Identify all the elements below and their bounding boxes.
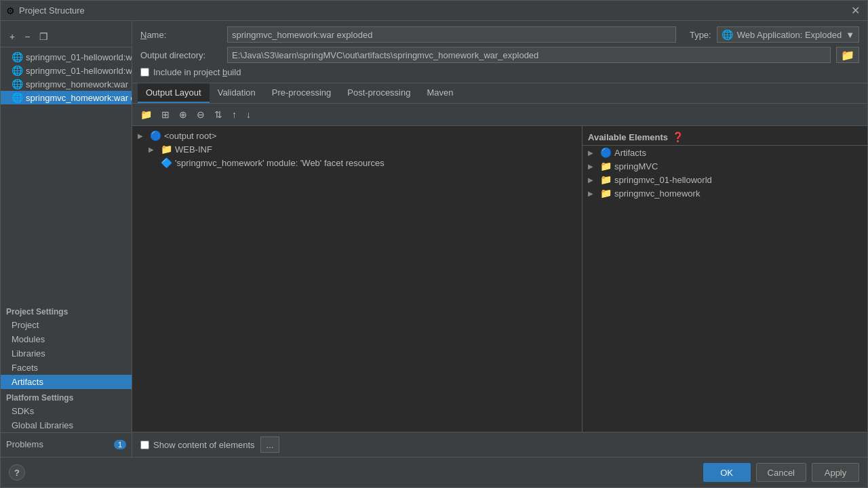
include-in-build-checkbox[interactable] bbox=[140, 68, 149, 77]
tree-icon-artifacts: 🔵 bbox=[600, 147, 612, 158]
available-elements-label: Available Elements bbox=[588, 132, 668, 142]
tree-label-springmvc01: springmvc_01-helloworld bbox=[614, 175, 712, 185]
copy-artifact-button[interactable]: ❐ bbox=[36, 29, 52, 44]
include-in-build-row: Include in project build bbox=[140, 67, 859, 77]
include-in-build-label: Include in project build bbox=[153, 67, 241, 77]
cancel-button[interactable]: Cancel bbox=[756, 463, 806, 482]
apply-button[interactable]: Apply bbox=[812, 463, 859, 482]
artifact-item-3[interactable]: 🌐 springmvc_homework:war bbox=[1, 77, 132, 91]
footer-left: ? bbox=[9, 464, 25, 481]
artifact-icon-4: 🌐 bbox=[12, 92, 23, 103]
sidebar-item-artifacts[interactable]: Artifacts bbox=[1, 375, 132, 389]
type-value: Web Application: Exploded bbox=[737, 30, 842, 40]
tree-icon-module: 🔷 bbox=[161, 157, 172, 168]
move-up-button[interactable]: ↑ bbox=[228, 106, 241, 123]
sidebar-item-facets[interactable]: Facets bbox=[1, 361, 132, 375]
type-icon: 🌐 bbox=[722, 29, 733, 40]
artifact-icon-2: 🌐 bbox=[12, 65, 23, 76]
create-dir-button[interactable]: 📁 bbox=[136, 106, 156, 123]
problems-badge: 1 bbox=[114, 440, 126, 449]
tree-arrow-springmvc01: ▶ bbox=[588, 176, 597, 184]
title-bar-icon: ⚙ bbox=[6, 5, 15, 16]
move-down-button[interactable]: ↓ bbox=[242, 106, 255, 123]
tree-label-output-root: <output root> bbox=[164, 131, 216, 141]
tree-label-webinf: WEB-INF bbox=[175, 144, 212, 155]
tree-icon-springmvc: 📁 bbox=[600, 161, 612, 171]
artifact-item-4[interactable]: 🌐 springmvc_homework:war ex bbox=[1, 91, 132, 104]
main-content: + − ❐ 🌐 springmvc_01-helloworld:war 🌐 sp… bbox=[1, 21, 867, 457]
artifacts-toolbar: + − ❐ bbox=[1, 26, 132, 47]
tree-arrow-springmvc: ▶ bbox=[588, 163, 597, 170]
available-springmvchw[interactable]: ▶ 📁 springmvc_homework bbox=[583, 186, 867, 200]
tab-preprocessing[interactable]: Pre-processing bbox=[264, 83, 339, 103]
close-button[interactable]: ✕ bbox=[848, 4, 862, 18]
output-toolbar: 📁 ⊞ ⊕ ⊖ ⇅ ↑ ↓ bbox=[132, 104, 867, 126]
tree-icon-springmvchw: 📁 bbox=[600, 188, 612, 199]
tree-arrow-output-root: ▶ bbox=[138, 132, 147, 140]
ellipsis-button[interactable]: ... bbox=[260, 436, 280, 453]
tree-arrow-artifacts: ▶ bbox=[588, 149, 597, 157]
create-archive-button[interactable]: ⊞ bbox=[157, 106, 174, 123]
remove-artifact-button[interactable]: − bbox=[21, 29, 33, 44]
available-elements-panel: Available Elements ❓ ▶ 🔵 Artifacts ▶ 📁 s… bbox=[583, 126, 867, 432]
name-label: Name: bbox=[140, 30, 222, 40]
tree-arrow-webinf: ▶ bbox=[149, 146, 158, 153]
show-content-checkbox[interactable] bbox=[140, 441, 149, 449]
tree-icon-webinf: 📁 bbox=[161, 144, 172, 155]
sidebar-item-modules[interactable]: Modules bbox=[1, 332, 132, 346]
add-element-button[interactable]: ⊕ bbox=[175, 106, 191, 123]
type-select[interactable]: 🌐 Web Application: Exploded ▼ bbox=[717, 26, 859, 43]
available-artifacts[interactable]: ▶ 🔵 Artifacts bbox=[583, 146, 867, 159]
name-input[interactable] bbox=[227, 26, 676, 43]
tree-label-module: 'springmvc_homework' module: 'Web' facet… bbox=[175, 158, 384, 168]
platform-settings-header: Platform Settings bbox=[1, 389, 132, 404]
tab-validation[interactable]: Validation bbox=[210, 83, 264, 103]
artifact-label-1: springmvc_01-helloworld:war bbox=[26, 52, 132, 62]
help-button[interactable]: ? bbox=[9, 464, 25, 481]
browse-folder-button[interactable]: 📁 bbox=[836, 47, 859, 63]
tree-label-springmvc: springMVC bbox=[614, 161, 658, 171]
tree-item-webinf[interactable]: ▶ 📁 WEB-INF bbox=[132, 142, 582, 156]
available-springmvc01[interactable]: ▶ 📁 springmvc_01-helloworld bbox=[583, 173, 867, 186]
available-springmvc[interactable]: ▶ 📁 springMVC bbox=[583, 159, 867, 173]
available-elements-header: Available Elements ❓ bbox=[583, 129, 867, 146]
sidebar-bottom: Problems 1 bbox=[1, 432, 132, 451]
output-dir-label: Output directory: bbox=[140, 50, 222, 60]
tabs-bar: Output Layout Validation Pre-processing … bbox=[132, 83, 867, 104]
name-row: Name: Type: 🌐 Web Application: Exploded … bbox=[140, 26, 859, 43]
bottom-bar: Show content of elements ... bbox=[132, 432, 867, 457]
add-artifact-button[interactable]: + bbox=[6, 29, 18, 44]
tree-label-artifacts: Artifacts bbox=[614, 148, 646, 158]
tree-arrow-module: ▶ bbox=[149, 159, 158, 167]
help-icon[interactable]: ❓ bbox=[672, 131, 684, 142]
sidebar-item-sdks[interactable]: SDKs bbox=[1, 404, 132, 418]
title-bar-title: Project Structure bbox=[19, 5, 848, 16]
tree-item-output-root[interactable]: ▶ 🔵 <output root> bbox=[132, 129, 582, 142]
title-bar: ⚙ Project Structure ✕ bbox=[1, 1, 867, 21]
project-settings-header: Project Settings bbox=[1, 303, 132, 318]
sidebar-item-libraries[interactable]: Libraries bbox=[1, 346, 132, 361]
dialog-window: ⚙ Project Structure ✕ + − ❐ 🌐 springmvc_… bbox=[0, 0, 868, 488]
show-content-label: Show content of elements bbox=[153, 440, 255, 450]
tab-postprocessing[interactable]: Post-processing bbox=[339, 83, 418, 103]
artifact-label-2: springmvc_01-helloworld:war bbox=[26, 66, 132, 76]
tab-output-layout[interactable]: Output Layout bbox=[138, 83, 210, 103]
remove-element-button[interactable]: ⊖ bbox=[193, 106, 209, 123]
sidebar-item-project[interactable]: Project bbox=[1, 318, 132, 332]
sidebar-item-global-libraries[interactable]: Global Libraries bbox=[1, 418, 132, 432]
sort-button[interactable]: ⇅ bbox=[210, 106, 226, 123]
tree-arrow-springmvchw: ▶ bbox=[588, 190, 597, 197]
ok-button[interactable]: OK bbox=[703, 463, 751, 482]
problems-label: Problems bbox=[6, 439, 43, 449]
split-pane: ▶ 🔵 <output root> ▶ 📁 WEB-INF ▶ 🔷 'sprin… bbox=[132, 126, 867, 432]
output-dir-input[interactable] bbox=[227, 47, 831, 63]
footer: ? OK Cancel Apply bbox=[1, 457, 867, 487]
artifact-icon-3: 🌐 bbox=[12, 79, 23, 89]
type-dropdown-arrow: ▼ bbox=[846, 30, 854, 40]
artifact-item-2[interactable]: 🌐 springmvc_01-helloworld:war bbox=[1, 64, 132, 77]
tree-item-module-resources[interactable]: ▶ 🔷 'springmvc_homework' module: 'Web' f… bbox=[132, 156, 582, 169]
artifact-item-1[interactable]: 🌐 springmvc_01-helloworld:war bbox=[1, 50, 132, 64]
artifact-icon-1: 🌐 bbox=[12, 52, 23, 62]
tab-maven[interactable]: Maven bbox=[418, 83, 461, 103]
problems-row[interactable]: Problems 1 bbox=[1, 437, 132, 451]
